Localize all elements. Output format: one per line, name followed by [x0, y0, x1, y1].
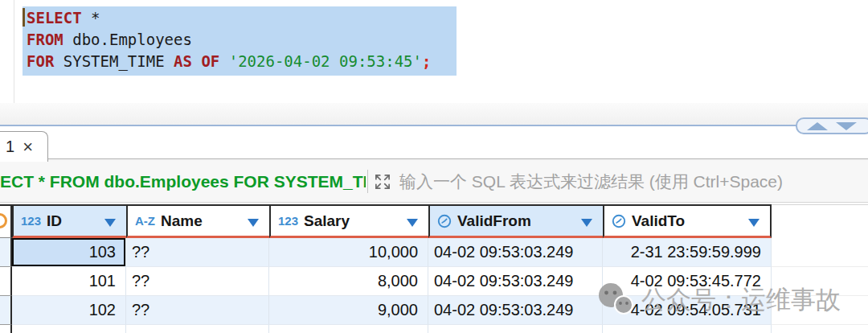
- row-header[interactable]: [0, 238, 12, 267]
- datetime-type-icon: [437, 214, 452, 228]
- numeric-type-icon: 123: [278, 214, 298, 228]
- expand-icon[interactable]: [372, 171, 393, 192]
- cell-valid_to[interactable]: 4-02 09:53:45.772: [603, 267, 772, 296]
- cell-salary[interactable]: 9,000: [269, 296, 428, 325]
- cell-id[interactable]: 103: [12, 238, 126, 267]
- collapse-up-icon[interactable]: [807, 122, 828, 130]
- key-icon: [0, 213, 7, 228]
- cell-valid_from[interactable]: 04-02 09:53:03.249: [428, 238, 603, 267]
- grid-empty-area: [772, 267, 868, 296]
- column-label: ID: [47, 212, 62, 230]
- column-dropdown-icon[interactable]: [407, 219, 418, 227]
- cell-valid_from[interactable]: 04-02 09:53:03.249: [428, 267, 603, 296]
- cell-valid_from[interactable]: 04-02 09:53:03.249: [428, 296, 603, 325]
- column-header-salary[interactable]: 123Salary: [269, 204, 428, 238]
- numeric-type-icon: 123: [21, 214, 41, 228]
- cell-id[interactable]: 101: [12, 267, 126, 296]
- column-header-validto[interactable]: ValidTo: [603, 204, 772, 238]
- close-icon[interactable]: ×: [23, 138, 33, 156]
- column-dropdown-icon[interactable]: [104, 219, 116, 227]
- sql-line: SELECT *: [27, 7, 431, 29]
- column-label: Name: [161, 212, 203, 230]
- sql-editor[interactable]: SELECT *FROM dbo.EmployeesFOR SYSTEM_TIM…: [0, 0, 868, 103]
- column-label: ValidFrom: [457, 212, 531, 230]
- cell-empty: [12, 325, 126, 333]
- cell-empty: [428, 325, 603, 333]
- column-label: ValidTo: [632, 212, 685, 230]
- cell-name[interactable]: ??: [126, 238, 269, 267]
- filter-input[interactable]: 输入一个 SQL 表达式来过滤结果 (使用 Ctrl+Space): [399, 161, 783, 202]
- column-label: Salary: [304, 212, 350, 230]
- dbeaver-window: SELECT *FROM dbo.EmployeesFOR SYSTEM_TIM…: [0, 0, 868, 333]
- cell-empty: [126, 325, 269, 333]
- sql-line: FOR SYSTEM_TIME AS OF '2026-04-02 09:53:…: [27, 51, 431, 72]
- cell-name[interactable]: ??: [126, 267, 269, 296]
- cell-valid_to[interactable]: 4-02 09:54:05.731: [603, 296, 772, 325]
- column-dropdown-icon[interactable]: [248, 219, 259, 227]
- editor-gutter-divider: [14, 0, 14, 103]
- row-header: [0, 325, 12, 333]
- column-header-name[interactable]: A-ZName: [126, 204, 269, 238]
- cell-empty: [603, 325, 772, 333]
- cell-name[interactable]: ??: [126, 296, 269, 325]
- column-dropdown-icon[interactable]: [748, 219, 760, 227]
- results-tab[interactable]: 1 ×: [0, 131, 48, 162]
- cell-id[interactable]: 102: [12, 296, 126, 325]
- column-dropdown-icon[interactable]: [581, 219, 592, 227]
- filter-divider: [367, 170, 368, 193]
- text-caret: [23, 8, 25, 27]
- column-header-id[interactable]: 123ID: [12, 204, 126, 238]
- row-header[interactable]: [0, 296, 12, 325]
- cell-empty: [269, 325, 428, 333]
- sql-line: FROM dbo.Employees: [27, 29, 431, 51]
- editor-bottom-band: [0, 103, 868, 125]
- row-header[interactable]: [0, 267, 12, 296]
- tab-label: 1: [6, 138, 14, 156]
- cell-salary[interactable]: 8,000: [269, 267, 428, 296]
- grid-top-line: [772, 204, 868, 205]
- filter-query-text: ECT * FROM dbo.Employees FOR SYSTEM_TIM: [0, 161, 366, 202]
- datetime-type-icon: [612, 214, 626, 228]
- string-type-icon: A-Z: [135, 214, 155, 228]
- filter-bar: ECT * FROM dbo.Employees FOR SYSTEM_TIM …: [0, 161, 868, 203]
- grid-corner-cell[interactable]: [0, 204, 12, 238]
- results-tab-bar: [0, 126, 868, 161]
- column-header-validfrom[interactable]: ValidFrom: [428, 204, 603, 238]
- grid-empty-area: [772, 238, 868, 267]
- collapse-down-icon[interactable]: [836, 122, 857, 130]
- panel-collapse-control[interactable]: [796, 117, 868, 134]
- grid-empty-area: [772, 296, 868, 325]
- cell-salary[interactable]: 10,000: [269, 238, 428, 267]
- cell-valid_to[interactable]: 2-31 23:59:59.999: [603, 238, 772, 267]
- sql-code: SELECT *FROM dbo.EmployeesFOR SYSTEM_TIM…: [27, 7, 431, 72]
